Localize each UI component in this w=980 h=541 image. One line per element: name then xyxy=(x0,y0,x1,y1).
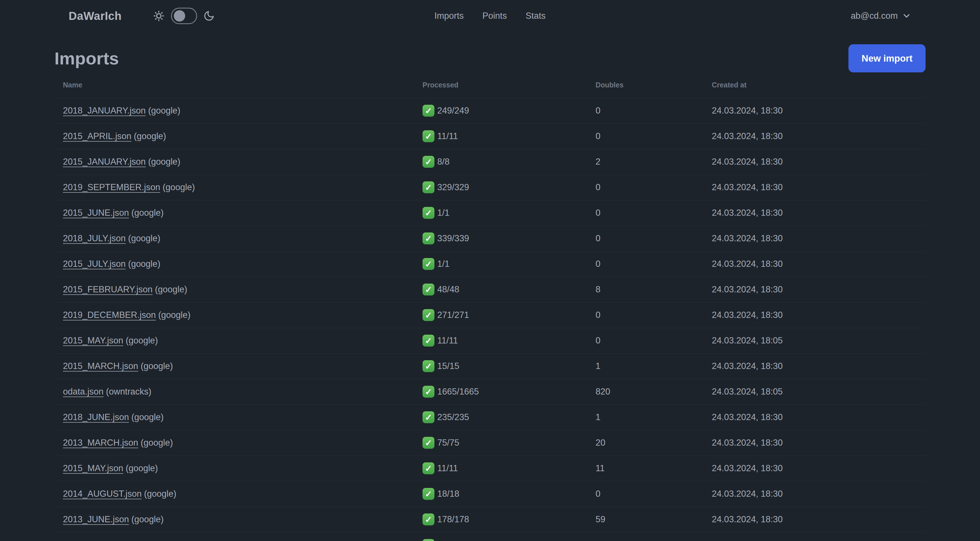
name-cell: 2015_APRIL.json (google) xyxy=(54,123,414,149)
table-row: 2019_DECEMBER.json (google) ✓271/271 0 2… xyxy=(54,302,926,328)
name-cell: 2015_JUNE.json (google) xyxy=(54,200,414,226)
table-row: 2015_FEBRUARY.json (google) ✓48/48 8 24.… xyxy=(54,277,926,302)
name-cell: 2015_JULY.json (google) xyxy=(54,251,414,277)
column-header-processed: Processed xyxy=(414,72,587,98)
table-row: 2015_MAY.json (google) ✓11/11 11 24.03.2… xyxy=(54,456,926,481)
new-import-button[interactable]: New import xyxy=(848,44,926,72)
created-at-cell: 24.03.2024, 18:30 xyxy=(703,481,926,507)
table-row: 2015_APRIL.json (google) ✓11/11 0 24.03.… xyxy=(54,123,926,149)
imports-table: Name Processed Doubles Created at 2018_J… xyxy=(54,72,926,541)
processed-count: 15/15 xyxy=(437,361,460,371)
table-row: 2015_JANUARY.json (google) ✓8/8 2 24.03.… xyxy=(54,149,926,175)
app-logo[interactable]: DaWarIch xyxy=(68,10,122,22)
import-source-label: (google) xyxy=(146,105,180,115)
import-file-link[interactable]: 2015_MAY.json xyxy=(63,335,123,345)
import-file-link[interactable]: 2018_JANUARY.json xyxy=(63,105,146,115)
doubles-cell: 0 xyxy=(587,175,703,200)
processed-cell: ✓11/11 xyxy=(414,328,587,353)
import-source-label: (google) xyxy=(126,259,160,269)
processed-cell: ✓1665/1665 xyxy=(414,379,587,404)
table-row: 2013_JUNE.json (google) ✓178/178 59 24.0… xyxy=(54,507,926,532)
name-cell: 2019_SEPTEMBER.json (google) xyxy=(54,175,414,200)
check-success-icon: ✓ xyxy=(423,284,434,295)
page-title: Imports xyxy=(54,48,119,69)
nav-item-points[interactable]: Points xyxy=(482,11,507,21)
table-row: 2015_MARCH.json (google) ✓15/15 1 24.03.… xyxy=(54,353,926,379)
doubles-cell: 8 xyxy=(587,277,703,302)
doubles-cell: 0 xyxy=(587,302,703,328)
created-at-cell: 24.03.2024, 18:30 xyxy=(703,175,926,200)
processed-cell: ✓235/235 xyxy=(414,404,587,430)
import-file-link[interactable]: 2014_AUGUST.json xyxy=(63,489,142,499)
processed-cell: ✓249/249 xyxy=(414,98,587,123)
name-cell: 2013_JUNE.json (google) xyxy=(54,507,414,532)
doubles-cell: 0 xyxy=(587,200,703,226)
check-success-icon: ✓ xyxy=(423,437,434,449)
import-file-link[interactable]: 2019_DECEMBER.json xyxy=(63,310,156,320)
import-file-link[interactable]: 2015_MAY.json xyxy=(63,463,123,473)
theme-toggle[interactable] xyxy=(171,8,197,24)
created-at-cell: 24.03.2024, 18:30 xyxy=(703,123,926,149)
column-header-created-at: Created at xyxy=(703,72,926,98)
doubles-cell: 1 xyxy=(587,353,703,379)
import-file-link[interactable]: 2013_MARCH.json xyxy=(63,438,138,448)
import-source-label: (google) xyxy=(138,438,173,448)
import-file-link[interactable]: 2015_JULY.json xyxy=(63,259,126,269)
name-cell: 2018_JANUARY.json (google) xyxy=(54,98,414,123)
doubles-cell: 0 xyxy=(587,98,703,123)
created-at-cell: 24.03.2024, 18:30 xyxy=(703,226,926,251)
table-header-row: Name Processed Doubles Created at xyxy=(54,72,926,98)
check-success-icon: ✓ xyxy=(423,207,434,219)
name-cell: 2013_MARCH.json (google) xyxy=(54,430,414,456)
nav-item-stats[interactable]: Stats xyxy=(525,11,546,21)
import-source-label: (google) xyxy=(129,412,164,422)
processed-count: 8/8 xyxy=(437,157,449,167)
doubles-cell: 20 xyxy=(587,430,703,456)
table-row: odata.json (owntracks) ✓1665/1665 820 24… xyxy=(54,379,926,404)
nav-item-imports[interactable]: Imports xyxy=(434,11,464,21)
import-file-link[interactable]: odata.json xyxy=(63,386,103,397)
processed-count: 75/75 xyxy=(437,438,460,448)
processed-cell: ✓8/8 xyxy=(414,149,587,175)
processed-count: 11/11 xyxy=(437,335,458,345)
name-cell: 2014_AUGUST.json (google) xyxy=(54,481,414,507)
import-file-link[interactable]: 2015_FEBRUARY.json xyxy=(63,284,153,294)
doubles-cell: 0 xyxy=(587,328,703,353)
created-at-cell xyxy=(703,532,926,541)
theme-switcher xyxy=(153,8,215,24)
import-file-link[interactable]: 2015_JUNE.json xyxy=(63,208,129,218)
name-cell: 2015_JANUARY.json (google) xyxy=(54,149,414,175)
check-success-icon: ✓ xyxy=(423,360,434,372)
table-row: 2015_MAY.json (google) ✓11/11 0 24.03.20… xyxy=(54,328,926,353)
import-source-label: (google) xyxy=(156,310,190,320)
created-at-cell: 24.03.2024, 18:30 xyxy=(703,507,926,532)
import-file-link[interactable]: 2018_JULY.json xyxy=(63,233,126,243)
doubles-cell: 2 xyxy=(587,149,703,175)
import-source-label: (google) xyxy=(146,157,180,167)
processed-count: 249/249 xyxy=(437,105,469,115)
user-menu[interactable]: ab@cd.com xyxy=(851,11,912,21)
check-success-icon: ✓ xyxy=(423,130,434,142)
import-file-link[interactable]: 2013_JUNE.json xyxy=(63,514,129,524)
processed-count: 329/329 xyxy=(437,182,469,192)
created-at-cell: 24.03.2024, 18:30 xyxy=(703,302,926,328)
import-file-link[interactable]: 2019_SEPTEMBER.json xyxy=(63,182,160,192)
import-source-label: (google) xyxy=(123,463,158,473)
check-success-icon: ✓ xyxy=(423,411,434,423)
check-success-icon: ✓ xyxy=(423,156,434,168)
processed-count: 48/48 xyxy=(437,284,460,294)
processed-count: 178/178 xyxy=(437,514,469,524)
doubles-cell: 0 xyxy=(587,123,703,149)
import-file-link[interactable]: 2015_JANUARY.json xyxy=(63,157,146,167)
import-file-link[interactable]: 2015_MARCH.json xyxy=(63,361,138,371)
processed-count: 1/1 xyxy=(437,259,449,269)
created-at-cell: 24.03.2024, 18:30 xyxy=(703,404,926,430)
doubles-cell: 820 xyxy=(587,379,703,404)
check-success-icon: ✓ xyxy=(423,105,434,116)
processed-count: 1/1 xyxy=(437,208,449,218)
import-file-link[interactable]: 2015_APRIL.json xyxy=(63,131,131,141)
doubles-cell: 0 xyxy=(587,226,703,251)
check-success-icon: ✓ xyxy=(423,258,434,270)
import-file-link[interactable]: 2018_JUNE.json xyxy=(63,412,129,422)
check-success-icon: ✓ xyxy=(423,539,434,541)
